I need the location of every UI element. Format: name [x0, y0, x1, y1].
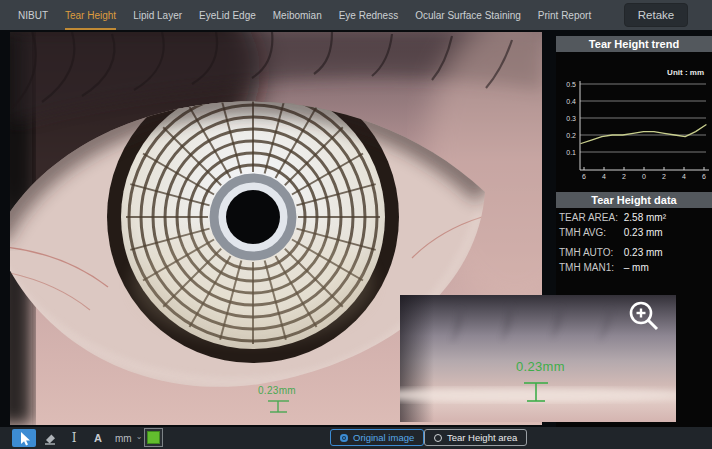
nav-tabs: NIBUT Tear Height Lipid Layer EyeLid Edg… — [0, 0, 712, 30]
tab-meibomian[interactable]: Meibomian — [273, 0, 322, 30]
tmh-man1-row: TMH MAN1: – mm — [559, 262, 711, 276]
tmh-auto-row: TMH AUTO: 0.23 mm — [559, 247, 711, 261]
svg-text:6: 6 — [582, 173, 586, 180]
svg-text:4: 4 — [682, 173, 686, 180]
unit-dropdown-value: mm — [115, 433, 132, 444]
top-nav-bar: NIBUT Tear Height Lipid Layer EyeLid Edg… — [0, 0, 712, 30]
tab-eyelid-edge[interactable]: EyeLid Edge — [199, 0, 256, 30]
svg-text:2: 2 — [622, 173, 626, 180]
arrow-cursor-icon — [17, 431, 31, 446]
radio-selected-icon — [340, 434, 348, 442]
svg-text:6: 6 — [702, 173, 706, 180]
tmh-avg-row: TMH AVG: 0.23 mm — [559, 227, 711, 241]
tear-height-area-button[interactable]: Tear Height area — [424, 429, 527, 446]
line-measure-tool-button[interactable]: I — [62, 429, 86, 447]
green-color-swatch — [147, 431, 160, 444]
text-tool-button[interactable]: A — [86, 429, 110, 447]
trend-panel-title: Tear Height trend — [556, 36, 712, 52]
tab-tear-height[interactable]: Tear Height — [65, 0, 116, 30]
text-tool-icon: A — [94, 433, 102, 444]
retake-button[interactable]: Retake — [624, 3, 688, 27]
svg-text:0: 0 — [642, 173, 646, 180]
bottom-toolbar: I A mm ⌄ Original image Tear Height area — [0, 427, 712, 449]
svg-text:0.5: 0.5 — [566, 81, 576, 88]
svg-text:0.1: 0.1 — [566, 149, 576, 156]
tab-eye-redness[interactable]: Eye Redness — [339, 0, 398, 30]
original-image-button[interactable]: Original image — [330, 429, 424, 446]
inset-tmh-label: 0.23mm — [516, 359, 565, 374]
ibeam-tool-icon: I — [72, 432, 77, 444]
chart-unit-label: Unit : mm — [667, 68, 704, 77]
tear-area-row: TEAR AREA: 2.58 mm² — [559, 212, 711, 226]
tab-nibut[interactable]: NIBUT — [18, 0, 48, 30]
svg-text:0.4: 0.4 — [566, 98, 576, 105]
svg-text:2: 2 — [662, 173, 666, 180]
magnified-inset-view[interactable]: 0.23mm — [400, 295, 676, 422]
svg-text:4: 4 — [602, 173, 606, 180]
eraser-tool-button[interactable] — [38, 429, 62, 447]
svg-text:0.2: 0.2 — [566, 132, 576, 139]
tear-height-trend-chart: 0.50.40.30.20.16420246 — [556, 78, 712, 188]
chevron-down-icon: ⌄ — [136, 433, 143, 441]
inset-tear-line — [400, 388, 676, 402]
data-panel-title: Tear Height data — [556, 192, 712, 208]
tear-film-analyzer-window: NIBUT Tear Height Lipid Layer EyeLid Edg… — [0, 0, 712, 449]
tmh-measurement-label: 0.23mm — [258, 385, 296, 396]
tab-ocular-surface-staining[interactable]: Ocular Surface Staining — [415, 0, 521, 30]
color-swatch-button[interactable] — [144, 428, 163, 447]
zoom-in-icon[interactable] — [628, 300, 662, 336]
eraser-icon — [43, 431, 57, 445]
tab-lipid-layer[interactable]: Lipid Layer — [133, 0, 182, 30]
svg-text:0.3: 0.3 — [566, 115, 576, 122]
unit-dropdown[interactable]: mm ⌄ — [112, 429, 145, 447]
pointer-tool-button[interactable] — [12, 429, 36, 447]
radio-unselected-icon — [434, 434, 442, 442]
tab-print-report[interactable]: Print Report — [538, 0, 591, 30]
pupil — [226, 190, 280, 244]
